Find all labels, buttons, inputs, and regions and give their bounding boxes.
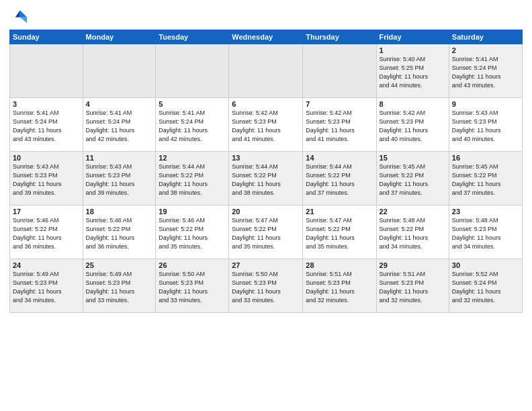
weekday-header-wednesday: Wednesday: [229, 30, 303, 44]
day-number: 17: [13, 208, 80, 216]
calendar-cell: 3Sunrise: 5:41 AM Sunset: 5:24 PM Daylig…: [10, 98, 83, 152]
day-number: 5: [159, 100, 226, 108]
calendar-cell: 15Sunrise: 5:45 AM Sunset: 5:22 PM Dayli…: [376, 152, 449, 205]
day-info: Sunrise: 5:41 AM Sunset: 5:24 PM Dayligh…: [86, 109, 153, 144]
svg-marker-1: [20, 17, 28, 24]
day-info: Sunrise: 5:44 AM Sunset: 5:22 PM Dayligh…: [159, 163, 226, 197]
day-number: 18: [86, 208, 153, 216]
day-info: Sunrise: 5:48 AM Sunset: 5:22 PM Dayligh…: [380, 216, 446, 251]
day-info: Sunrise: 5:42 AM Sunset: 5:23 PM Dayligh…: [232, 109, 300, 144]
calendar-week-row: 1Sunrise: 5:40 AM Sunset: 5:25 PM Daylig…: [10, 44, 523, 98]
calendar-cell: 7Sunrise: 5:42 AM Sunset: 5:23 PM Daylig…: [303, 98, 376, 152]
day-info: Sunrise: 5:42 AM Sunset: 5:23 PM Dayligh…: [306, 109, 373, 144]
calendar-cell: 2Sunrise: 5:41 AM Sunset: 5:24 PM Daylig…: [449, 44, 522, 98]
day-info: Sunrise: 5:50 AM Sunset: 5:23 PM Dayligh…: [159, 270, 226, 305]
day-number: 29: [380, 261, 446, 269]
day-number: 11: [86, 154, 153, 162]
day-number: 8: [380, 100, 446, 108]
day-number: 26: [159, 261, 226, 269]
calendar-cell: 28Sunrise: 5:51 AM Sunset: 5:23 PM Dayli…: [303, 259, 376, 313]
day-info: Sunrise: 5:48 AM Sunset: 5:23 PM Dayligh…: [452, 216, 519, 251]
day-number: 1: [380, 46, 446, 54]
day-info: Sunrise: 5:41 AM Sunset: 5:24 PM Dayligh…: [13, 109, 80, 144]
calendar-cell: 13Sunrise: 5:44 AM Sunset: 5:22 PM Dayli…: [229, 152, 303, 205]
day-info: Sunrise: 5:42 AM Sunset: 5:23 PM Dayligh…: [380, 109, 446, 144]
calendar-cell: 10Sunrise: 5:43 AM Sunset: 5:23 PM Dayli…: [10, 152, 83, 205]
calendar-cell: 1Sunrise: 5:40 AM Sunset: 5:25 PM Daylig…: [376, 44, 449, 98]
calendar-cell: 25Sunrise: 5:49 AM Sunset: 5:23 PM Dayli…: [83, 259, 156, 313]
weekday-header-thursday: Thursday: [303, 30, 376, 44]
day-number: 2: [452, 46, 519, 54]
day-number: 9: [452, 100, 519, 108]
calendar-cell: 18Sunrise: 5:46 AM Sunset: 5:22 PM Dayli…: [83, 205, 156, 259]
day-number: 14: [306, 154, 373, 162]
day-info: Sunrise: 5:40 AM Sunset: 5:25 PM Dayligh…: [380, 55, 446, 90]
day-number: 15: [380, 154, 446, 162]
day-info: Sunrise: 5:52 AM Sunset: 5:24 PM Dayligh…: [452, 270, 519, 305]
calendar-cell: 11Sunrise: 5:43 AM Sunset: 5:23 PM Dayli…: [83, 152, 156, 205]
logo-icon: [9, 7, 28, 26]
day-number: 24: [13, 261, 80, 269]
calendar-cell: 16Sunrise: 5:45 AM Sunset: 5:22 PM Dayli…: [449, 152, 522, 205]
weekday-header-monday: Monday: [83, 30, 156, 44]
calendar-cell: [10, 44, 83, 98]
day-number: 22: [380, 208, 446, 216]
weekday-header-sunday: Sunday: [10, 30, 83, 44]
day-info: Sunrise: 5:46 AM Sunset: 5:22 PM Dayligh…: [159, 216, 226, 251]
calendar-cell: 12Sunrise: 5:44 AM Sunset: 5:22 PM Dayli…: [156, 152, 229, 205]
calendar-cell: 5Sunrise: 5:41 AM Sunset: 5:24 PM Daylig…: [156, 98, 229, 152]
calendar-week-row: 17Sunrise: 5:46 AM Sunset: 5:22 PM Dayli…: [10, 205, 523, 259]
day-info: Sunrise: 5:41 AM Sunset: 5:24 PM Dayligh…: [159, 109, 226, 144]
day-number: 10: [13, 154, 80, 162]
calendar-cell: [156, 44, 229, 98]
day-number: 6: [232, 100, 300, 108]
calendar-table: SundayMondayTuesdayWednesdayThursdayFrid…: [9, 30, 523, 313]
day-number: 28: [306, 261, 373, 269]
calendar-cell: 26Sunrise: 5:50 AM Sunset: 5:23 PM Dayli…: [156, 259, 229, 313]
page-header: [9, 7, 523, 26]
day-info: Sunrise: 5:44 AM Sunset: 5:22 PM Dayligh…: [306, 163, 373, 197]
day-info: Sunrise: 5:45 AM Sunset: 5:22 PM Dayligh…: [380, 163, 446, 197]
weekday-header-row: SundayMondayTuesdayWednesdayThursdayFrid…: [10, 30, 523, 44]
day-info: Sunrise: 5:44 AM Sunset: 5:22 PM Dayligh…: [232, 163, 300, 197]
day-info: Sunrise: 5:43 AM Sunset: 5:23 PM Dayligh…: [86, 163, 153, 197]
day-number: 25: [86, 261, 153, 269]
day-info: Sunrise: 5:51 AM Sunset: 5:23 PM Dayligh…: [306, 270, 373, 305]
day-info: Sunrise: 5:47 AM Sunset: 5:22 PM Dayligh…: [306, 216, 373, 251]
calendar-cell: 6Sunrise: 5:42 AM Sunset: 5:23 PM Daylig…: [229, 98, 303, 152]
weekday-header-saturday: Saturday: [449, 30, 522, 44]
day-number: 20: [232, 208, 300, 216]
day-info: Sunrise: 5:43 AM Sunset: 5:23 PM Dayligh…: [452, 109, 519, 144]
calendar-cell: 17Sunrise: 5:46 AM Sunset: 5:22 PM Dayli…: [10, 205, 83, 259]
calendar-cell: 24Sunrise: 5:49 AM Sunset: 5:23 PM Dayli…: [10, 259, 83, 313]
day-info: Sunrise: 5:45 AM Sunset: 5:22 PM Dayligh…: [452, 163, 519, 197]
svg-marker-2: [15, 10, 20, 17]
calendar-cell: 30Sunrise: 5:52 AM Sunset: 5:24 PM Dayli…: [449, 259, 522, 313]
day-number: 3: [13, 100, 80, 108]
calendar-cell: [83, 44, 156, 98]
calendar-cell: 23Sunrise: 5:48 AM Sunset: 5:23 PM Dayli…: [449, 205, 522, 259]
day-info: Sunrise: 5:50 AM Sunset: 5:23 PM Dayligh…: [232, 270, 300, 305]
day-info: Sunrise: 5:49 AM Sunset: 5:23 PM Dayligh…: [13, 270, 80, 305]
day-number: 12: [159, 154, 226, 162]
calendar-week-row: 3Sunrise: 5:41 AM Sunset: 5:24 PM Daylig…: [10, 98, 523, 152]
day-number: 16: [452, 154, 519, 162]
weekday-header-friday: Friday: [376, 30, 449, 44]
day-info: Sunrise: 5:49 AM Sunset: 5:23 PM Dayligh…: [86, 270, 153, 305]
weekday-header-tuesday: Tuesday: [156, 30, 229, 44]
day-number: 4: [86, 100, 153, 108]
logo: [9, 7, 31, 26]
day-number: 27: [232, 261, 300, 269]
calendar-cell: 22Sunrise: 5:48 AM Sunset: 5:22 PM Dayli…: [376, 205, 449, 259]
calendar-week-row: 10Sunrise: 5:43 AM Sunset: 5:23 PM Dayli…: [10, 152, 523, 205]
calendar-cell: 9Sunrise: 5:43 AM Sunset: 5:23 PM Daylig…: [449, 98, 522, 152]
calendar-cell: [229, 44, 303, 98]
day-info: Sunrise: 5:46 AM Sunset: 5:22 PM Dayligh…: [13, 216, 80, 251]
day-number: 30: [452, 261, 519, 269]
day-info: Sunrise: 5:41 AM Sunset: 5:24 PM Dayligh…: [452, 55, 519, 90]
calendar-cell: 29Sunrise: 5:51 AM Sunset: 5:23 PM Dayli…: [376, 259, 449, 313]
day-number: 21: [306, 208, 373, 216]
day-info: Sunrise: 5:46 AM Sunset: 5:22 PM Dayligh…: [86, 216, 153, 251]
day-info: Sunrise: 5:47 AM Sunset: 5:22 PM Dayligh…: [232, 216, 300, 251]
calendar-cell: [303, 44, 376, 98]
